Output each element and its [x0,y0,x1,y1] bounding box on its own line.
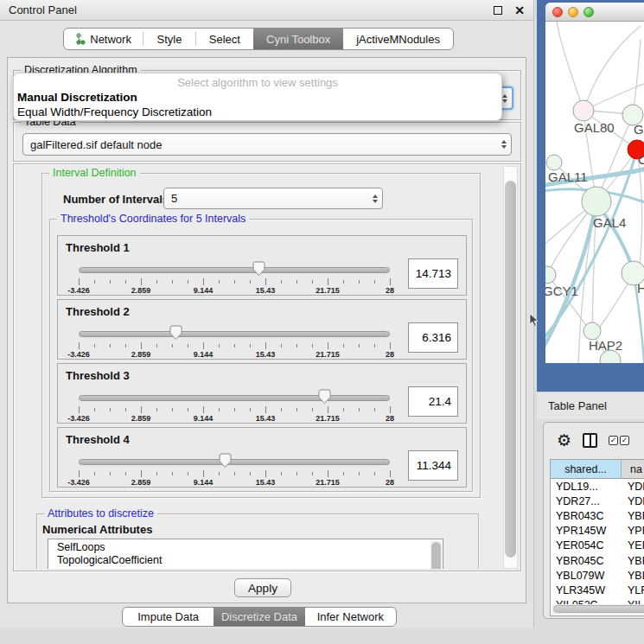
network-view-frame: GAL80 GA C GAL11 GAL4 GCY1 H HAP2 [537,0,644,392]
table-row[interactable]: YBR045CYBR0 [551,553,644,568]
threshold-slider[interactable]: -3.4262.8599.14415.4321.71528 [79,459,390,487]
tick-mark [296,280,297,284]
dropdown-option-manual[interactable]: Manual Discretization [14,90,501,105]
tick-mark [203,470,204,477]
tick-mark [188,344,188,348]
column-layout-icon[interactable] [583,433,597,448]
tab-label: Cyni Toolbox [266,33,330,46]
numerical-attributes-label: Numerical Attributes [42,523,152,536]
table-row[interactable]: YER054CYER0 [551,539,644,553]
slider-track[interactable] [79,395,390,401]
gear-icon[interactable]: ⚙ [557,432,571,449]
threshold-value-field[interactable]: 6.316 [408,322,458,353]
close-traffic-light-icon[interactable] [552,7,563,17]
table-data-combobox[interactable]: galFiltered.sif default node [22,133,512,156]
threshold-value-field[interactable]: 21.4 [408,386,458,417]
attribute-list-item[interactable]: BetweennessCentrality [48,567,443,569]
dropdown-placeholder-item: Select algorithm to view settings [14,76,501,90]
column-header-shared-name[interactable]: shared... [551,460,622,478]
tab-infer-network[interactable]: Infer Network [305,608,396,626]
tick-mark [219,472,220,475]
interval-definition-group: Interval Definition Number of Intervals … [41,173,481,498]
slider-thumb[interactable] [219,453,232,469]
number-of-intervals-combobox[interactable]: 5 [163,188,383,209]
table-panel-header: Table Panel [537,392,644,419]
table-row[interactable]: YBL079WYBL0 [551,568,644,583]
select-columns-icon[interactable]: ✓ ✓ [609,436,629,445]
tick-mark [172,344,173,348]
tab-cyni-toolbox[interactable]: Cyni Toolbox [253,29,343,49]
table-panel-toolbar: ⚙ ✓ ✓ [544,423,644,457]
combo-stepper-icon[interactable] [502,94,512,103]
tick-mark [156,472,157,475]
scrollbar-thumb[interactable] [505,181,516,558]
threshold-panel: Threshold 1 -3.4262.8599.14415.4321.7152… [57,235,467,296]
scrollbar-thumb[interactable] [431,542,441,569]
threshold-slider[interactable]: -3.4262.8599.14415.4321.71528 [79,331,390,359]
tick-mark [374,408,375,411]
tick-mark [328,342,328,349]
close-icon[interactable]: ✕ [514,4,525,16]
column-header-name[interactable]: na [622,460,644,478]
threshold-slider[interactable]: -3.4262.8599.14415.4321.71528 [79,395,390,423]
tick-mark [374,280,375,284]
combo-stepper-icon[interactable] [373,194,382,203]
combo-stepper-icon[interactable] [501,140,511,149]
cell-shared-name: YBL079W [551,570,622,582]
scale-label: 2.859 [131,478,151,487]
attributes-group-label: Attributes to discretize [44,507,157,520]
mouse-cursor [529,314,539,328]
scrollbar-thumb[interactable] [553,605,644,613]
tab-select[interactable]: Select [196,29,253,49]
threshold-value-field[interactable]: 11.344 [408,450,458,481]
float-window-icon[interactable] [494,6,502,15]
cell-shared-name: YPR145W [551,525,622,537]
table-data-group: Table Data galFiltered.sif default node [13,122,521,162]
table-row[interactable]: YDR27...YDR2 [551,494,644,508]
minimize-traffic-light-icon[interactable] [568,7,578,17]
tab-network[interactable]: Network [64,29,143,49]
dropdown-option-equal-width[interactable]: Equal Width/Frequency Discretization [14,105,501,119]
attributes-list-scrollbar[interactable] [430,540,442,569]
slider-track[interactable] [79,331,390,337]
scale-label: 28 [386,350,394,359]
scale-label: -3.426 [67,414,90,423]
cyni-toolbox-panel: Discretization Algorithm Select algorith… [7,57,526,603]
numerical-attributes-list[interactable]: SelfLoopsTopologicalCoefficientBetweenne… [48,539,443,569]
tick-mark [156,408,157,411]
table-header-row: shared... na [551,460,644,479]
network-canvas[interactable]: GAL80 GA C GAL11 GAL4 GCY1 H HAP2 [545,22,644,363]
table-row[interactable]: YPR145WYPR1 [551,524,644,539]
slider-track[interactable] [79,459,390,465]
slider-thumb[interactable] [169,325,182,341]
tick-mark [250,408,251,411]
scale-label: 9.144 [194,414,214,423]
slider-track[interactable] [79,267,390,273]
threshold-value-field[interactable]: 14.713 [408,258,458,289]
tick-mark [374,472,375,475]
tab-jactivemnodules[interactable]: jActiveMNodules [343,29,453,49]
threshold-slider[interactable]: -3.4262.8599.14415.4321.71528 [79,267,390,295]
scale-label: -3.426 [67,478,90,487]
tab-impute-data[interactable]: Impute Data [123,608,214,626]
tick-mark [94,280,95,284]
slider-thumb[interactable] [318,389,331,405]
settings-vertical-scrollbar[interactable] [503,166,518,569]
scale-label: 21.715 [316,478,340,487]
svg-text:H: H [637,281,644,296]
attribute-list-item[interactable]: SelfLoops [48,541,443,554]
tick-mark [234,280,235,284]
tick-mark [110,472,111,475]
tab-label: jActiveMNodules [356,33,440,46]
tab-style[interactable]: Style [143,29,195,49]
attribute-list-item[interactable]: TopologicalCoefficient [48,554,443,567]
zoom-traffic-light-icon[interactable] [583,7,594,17]
tick-mark [343,408,344,411]
apply-button[interactable]: Apply [234,578,291,597]
table-row[interactable]: YLR345WYLR3 [551,583,644,597]
tab-discretize-data[interactable]: Discretize Data [214,608,304,626]
table-row[interactable]: YBR043CYBR0 [551,508,644,523]
table-row[interactable]: YDL19...YDL1 [551,479,644,494]
table-horizontal-scrollbar[interactable] [552,604,644,615]
slider-thumb[interactable] [252,261,265,277]
